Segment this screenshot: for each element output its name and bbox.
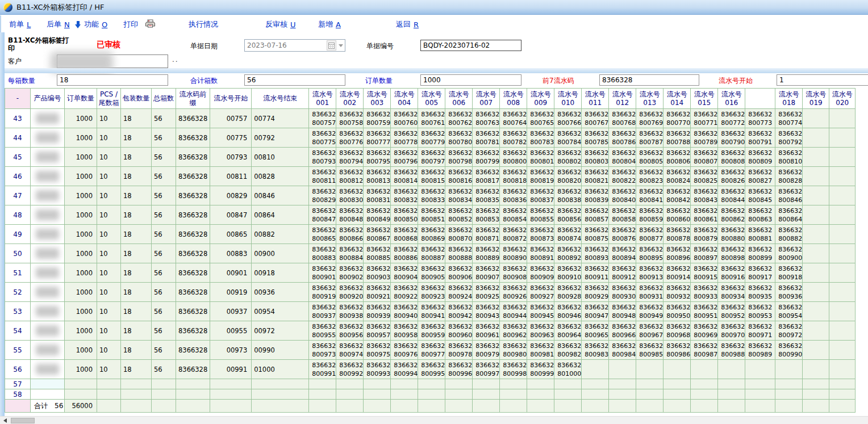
serial-cell[interactable]: 836632800902 [336,263,364,283]
serial-cell[interactable]: 836632800891 [527,244,554,263]
serial-cell[interactable]: 836632800982 [554,341,582,360]
serial-cell[interactable]: 836632800838 [554,186,582,205]
total-boxes-cell[interactable]: 56 [152,263,176,283]
serial-end-cell[interactable]: 00792 [252,128,309,148]
serial-cell[interactable]: 836632800853 [473,205,500,225]
serial-cell[interactable]: 836632800914 [663,263,691,283]
serial-cell[interactable] [473,379,500,389]
customer-input[interactable] [57,54,168,68]
serial-cell[interactable]: 836632800784 [554,128,582,148]
serial-cell[interactable]: 836632800870 [445,225,473,244]
serial-cell[interactable] [691,379,718,389]
serial-cell[interactable]: 836632800774 [775,109,803,128]
serial-cell[interactable]: 836632800928 [554,283,582,302]
serial-cell[interactable]: 836632800812 [336,167,364,186]
pack-qty-cell[interactable]: 18 [121,148,152,167]
serial-cell[interactable]: 836632800851 [418,205,445,225]
serial-cell[interactable]: 836632800792 [775,128,803,148]
serial-cell[interactable] [609,360,636,379]
serial-cell[interactable]: 836632800790 [718,128,745,148]
pack-qty-cell[interactable]: 18 [121,321,152,341]
pack-qty-cell[interactable]: 18 [121,360,152,379]
serial-cell[interactable]: 836632800994 [391,360,418,379]
serial-cell[interactable]: 836632800949 [636,302,663,321]
serial-cell[interactable] [829,283,856,302]
serial-cell[interactable]: 836632800868 [391,225,418,244]
serial-cell[interactable]: 836632800828 [775,167,803,186]
serial-cell[interactable]: 836632800799 [473,148,500,167]
serial-cell[interactable]: 836632800975 [364,341,391,360]
pcs-per-tail-box-cell[interactable] [97,379,121,389]
serial-start-cell[interactable]: 00955 [210,321,252,341]
serial-cell[interactable]: 836632800918 [775,263,803,283]
doc-no-input[interactable] [420,40,521,51]
serial-cell[interactable]: 836632800850 [391,205,418,225]
row-number-cell[interactable]: 47 [5,186,31,205]
serial-prefix-cell[interactable]: 8366328 [176,263,210,283]
serial-prefix-cell[interactable]: 8366328 [176,321,210,341]
serial-cell[interactable] [745,360,775,379]
pack-qty-cell[interactable]: 18 [121,341,152,360]
serial-cell[interactable]: 836632800780 [445,128,473,148]
total-boxes-cell[interactable]: 56 [152,225,176,244]
serial-prefix-cell[interactable] [176,389,210,400]
serial-cell[interactable]: 836632800788 [663,128,691,148]
serial-cell[interactable]: 836632800769 [636,109,663,128]
serial-end-cell[interactable]: 00972 [252,321,309,341]
serial-cell[interactable] [718,379,745,389]
serial-cell[interactable]: 836632800764 [500,109,527,128]
doc-date-input[interactable] [245,41,327,49]
pcs-per-tail-box-cell[interactable]: 10 [97,148,121,167]
serial-cell[interactable]: 836632800844 [718,186,745,205]
product-code-cell[interactable] [31,109,65,128]
pack-qty-cell[interactable]: 18 [121,263,152,283]
serial-cell[interactable]: 836632800815 [418,167,445,186]
serial-cell[interactable]: 836632800839 [582,186,609,205]
serial-cell[interactable]: 836632800955 [309,321,336,341]
serial-cell[interactable]: 836632800807 [691,148,718,167]
serial-cell[interactable]: 836632800865 [309,225,336,244]
serial-cell[interactable]: 836632800942 [445,302,473,321]
product-code-cell[interactable] [31,321,65,341]
serial-cell[interactable]: 836632800830 [336,186,364,205]
serial-cell[interactable]: 836632800946 [554,302,582,321]
serial-cell[interactable]: 836632800938 [336,302,364,321]
serial-cell[interactable]: 836632800831 [364,186,391,205]
serial-cell[interactable] [829,167,856,186]
serial-cell[interactable]: 836632800969 [691,321,718,341]
serial-end-cell[interactable]: 00774 [252,109,309,128]
order-qty-cell[interactable]: 1000 [65,109,97,128]
serial-cell[interactable]: 836632800980 [500,341,527,360]
serial-cell[interactable]: 836632800993 [364,360,391,379]
row-number-cell[interactable]: 58 [5,389,31,400]
serial-cell[interactable] [829,389,856,400]
serial-cell[interactable]: 836632800893 [582,244,609,263]
product-code-cell[interactable] [31,283,65,302]
dropdown-arrow-icon[interactable] [337,40,345,51]
serial-cell[interactable]: 836632800909 [527,263,554,283]
unapprove-button[interactable]: 反审核U [265,19,296,30]
serial-cell[interactable]: 836632800913 [636,263,663,283]
product-code-cell[interactable] [31,225,65,244]
serial-cell[interactable]: 836632800782 [500,128,527,148]
serial-cell[interactable] [391,379,418,389]
serial-cell[interactable]: 836632800977 [418,341,445,360]
serial-cell[interactable]: 836632800802 [554,148,582,167]
serial-cell[interactable]: 836632800930 [609,283,636,302]
serial-cell[interactable]: 836632800845 [745,186,775,205]
serial-cell[interactable]: 836632800804 [609,148,636,167]
serial-end-cell[interactable]: 00882 [252,225,309,244]
serial-end-cell[interactable]: 00954 [252,302,309,321]
serial-start-cell[interactable]: 00847 [210,205,252,225]
serial-cell[interactable]: 836632800876 [609,225,636,244]
pcs-per-tail-box-cell[interactable]: 10 [97,321,121,341]
serial-cell[interactable]: 836632800776 [336,128,364,148]
serial-cell[interactable]: 836632800772 [718,109,745,128]
serial-cell[interactable] [582,379,609,389]
serial-cell[interactable] [829,148,856,167]
serial-end-cell[interactable] [252,389,309,400]
serial-cell[interactable] [829,128,856,148]
serial-cell[interactable] [803,302,829,321]
serial-cell[interactable] [829,186,856,205]
order-qty-cell[interactable] [65,379,97,389]
